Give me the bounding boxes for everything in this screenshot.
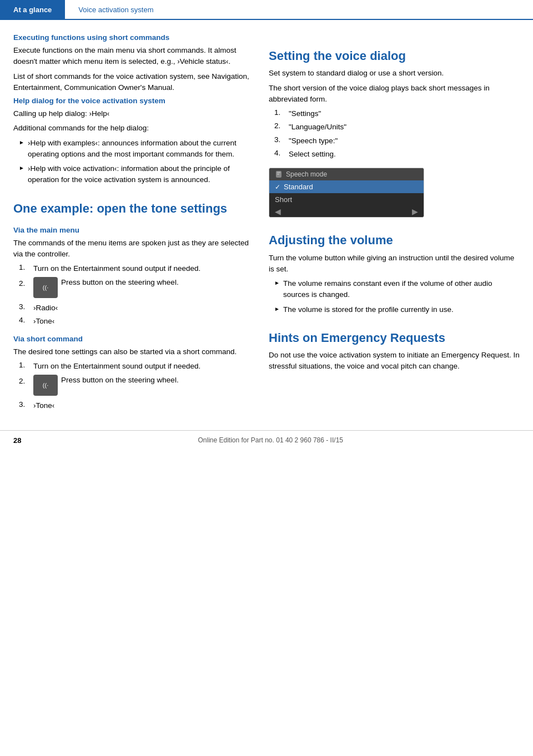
- step-1-short: 1. Turn on the Entertainment sound outpu…: [13, 361, 252, 372]
- volume-bullet1: ► The volume remains constant even if th…: [269, 278, 520, 301]
- volume-para1: Turn the volume button while giving an i…: [269, 253, 520, 275]
- bullet-arrow-volume1-icon: ►: [274, 280, 280, 286]
- step6-number: 2.: [19, 375, 29, 385]
- step5-number: 1.: [19, 361, 29, 369]
- step1-number: 1.: [19, 263, 29, 271]
- section-executing-functions: Executing functions using short commands…: [13, 33, 252, 93]
- voice-step3-text: "Speech type:": [289, 135, 338, 147]
- voice-step4-text: Select setting.: [289, 149, 336, 160]
- step-2-main: 2. Press button on the steering wheel.: [13, 277, 252, 298]
- emergency-para1: Do not use the voice activation system t…: [269, 350, 520, 372]
- voice-step4: 4. Select setting.: [269, 149, 520, 160]
- volume-bullet2-text: The volume is stored for the profile cur…: [283, 304, 454, 315]
- page-footer: 28 Online Edition for Part no. 01 40 2 9…: [0, 430, 533, 450]
- voice-step3: 3. "Speech type:": [269, 135, 520, 147]
- speech-mode-short: Short: [269, 193, 424, 206]
- help-dialog-para2: Additional commands for the help dialog:: [13, 123, 252, 134]
- page-number: 28: [13, 436, 21, 445]
- step6-text: Press button on the steering wheel.: [61, 375, 179, 386]
- heading-setting-voice-dialog: Setting the voice dialog: [269, 49, 520, 63]
- step7-number: 3.: [19, 400, 29, 409]
- footer-center-text: Online Edition for Part no. 01 40 2 960 …: [198, 436, 343, 444]
- step1-text: Turn on the Entertainment sound output i…: [33, 263, 200, 274]
- speech-mode-standard-label: Standard: [284, 183, 313, 191]
- voice-step1-text: "Settings": [289, 108, 321, 119]
- right-column: Setting the voice dialog Set system to s…: [269, 33, 520, 414]
- voice-step2-num: 2.: [274, 122, 284, 130]
- steering-wheel-button-icon: [33, 277, 58, 298]
- step-1-main: 1. Turn on the Entertainment sound outpu…: [13, 263, 252, 274]
- step4-number: 4.: [19, 316, 29, 324]
- step7-text: ›Tone‹: [33, 400, 54, 411]
- executing-functions-para2: List of short commands for the voice act…: [13, 71, 252, 94]
- via-short-command-para: The desired tone settings can also be st…: [13, 346, 252, 357]
- section-adjusting-volume: Adjusting the volume Turn the volume but…: [269, 233, 520, 315]
- heading-hints-emergency: Hints on Emergency Requests: [269, 331, 520, 345]
- tab-voice-activation[interactable]: Voice activation system: [65, 0, 167, 19]
- page-header: At a glance Voice activation system: [0, 0, 533, 20]
- speech-mode-title: Speech mode: [286, 170, 327, 178]
- step-2-short: 2. Press button on the steering wheel.: [13, 375, 252, 396]
- step4-text: ›Tone‹: [33, 316, 54, 327]
- help-dialog-bullet2: ► ›Help with voice activation‹: informat…: [13, 163, 252, 186]
- step2-number: 2.: [19, 277, 29, 288]
- speech-mode-screenshot: Speech mode ✓ Standard Short ◀ ▶: [269, 168, 424, 218]
- speech-mode-standard: ✓ Standard: [269, 180, 424, 193]
- heading-adjusting-volume: Adjusting the volume: [269, 233, 520, 248]
- voice-dialog-para1: Set system to standard dialog or use a s…: [269, 68, 520, 79]
- help-dialog-bullet1: ► ›Help with examples‹: announces inform…: [13, 138, 252, 160]
- voice-step2: 2. "Language/Units": [269, 122, 520, 133]
- heading-help-dialog: Help dialog for the voice activation sys…: [13, 97, 252, 105]
- speech-mode-navigation: ◀ ▶: [269, 206, 424, 217]
- speech-mode-short-label: Short: [275, 195, 292, 204]
- steering-wheel-button-icon-2: [33, 375, 58, 396]
- bullet-arrow-icon: ►: [19, 139, 24, 145]
- tab-at-a-glance[interactable]: At a glance: [0, 0, 65, 19]
- voice-step4-num: 4.: [274, 149, 284, 157]
- svg-rect-2: [277, 174, 279, 175]
- heading-via-main-menu: Via the main menu: [13, 226, 252, 234]
- speech-mode-icon: [275, 170, 283, 178]
- voice-step3-num: 3.: [274, 135, 284, 144]
- step-3-short: 3. ›Tone‹: [13, 400, 252, 411]
- voice-step2-text: "Language/Units": [289, 122, 346, 133]
- heading-via-short-command: Via short command: [13, 335, 252, 343]
- bullet-arrow-icon: ►: [19, 165, 24, 171]
- step-3-main: 3. ›Radio‹: [13, 303, 252, 314]
- heading-executing-functions: Executing functions using short commands: [13, 33, 252, 42]
- step-4-main: 4. ›Tone‹: [13, 316, 252, 327]
- help-dialog-bullet1-text: ›Help with examples‹: announces informat…: [28, 138, 252, 160]
- bullet-arrow-volume2-icon: ►: [274, 306, 280, 312]
- step2-text: Press button on the steering wheel.: [61, 277, 179, 288]
- checkmark-icon: ✓: [275, 183, 280, 191]
- svg-rect-1: [277, 172, 280, 173]
- step3-text: ›Radio‹: [33, 303, 58, 314]
- section-one-example: One example: open the tone settings Via …: [13, 201, 252, 411]
- section-help-dialog: Help dialog for the voice activation sys…: [13, 97, 252, 186]
- heading-one-example: One example: open the tone settings: [13, 201, 252, 216]
- volume-bullet2: ► The volume is stored for the profile c…: [269, 304, 520, 315]
- nav-right-arrow-icon: ▶: [412, 207, 418, 216]
- step5-text: Turn on the Entertainment sound output i…: [33, 361, 200, 372]
- main-content: Executing functions using short commands…: [0, 20, 533, 414]
- speech-mode-header: Speech mode: [269, 168, 424, 180]
- left-column: Executing functions using short commands…: [13, 33, 252, 414]
- section-hints-emergency: Hints on Emergency Requests Do not use t…: [269, 331, 520, 372]
- executing-functions-para1: Execute functions on the main menu via s…: [13, 45, 252, 68]
- via-main-menu-para: The commands of the menu items are spoke…: [13, 238, 252, 260]
- voice-step1: 1. "Settings": [269, 108, 520, 119]
- volume-bullet1-text: The volume remains constant even if the …: [283, 278, 520, 301]
- section-setting-voice-dialog: Setting the voice dialog Set system to s…: [269, 49, 520, 218]
- step3-number: 3.: [19, 303, 29, 311]
- nav-left-arrow-icon: ◀: [275, 207, 281, 216]
- voice-dialog-para2: The short version of the voice dialog pl…: [269, 83, 520, 105]
- help-dialog-bullet2-text: ›Help with voice activation‹: informatio…: [28, 163, 252, 186]
- voice-step1-num: 1.: [274, 108, 284, 117]
- help-dialog-para1: Calling up help dialog: ›Help‹: [13, 108, 252, 119]
